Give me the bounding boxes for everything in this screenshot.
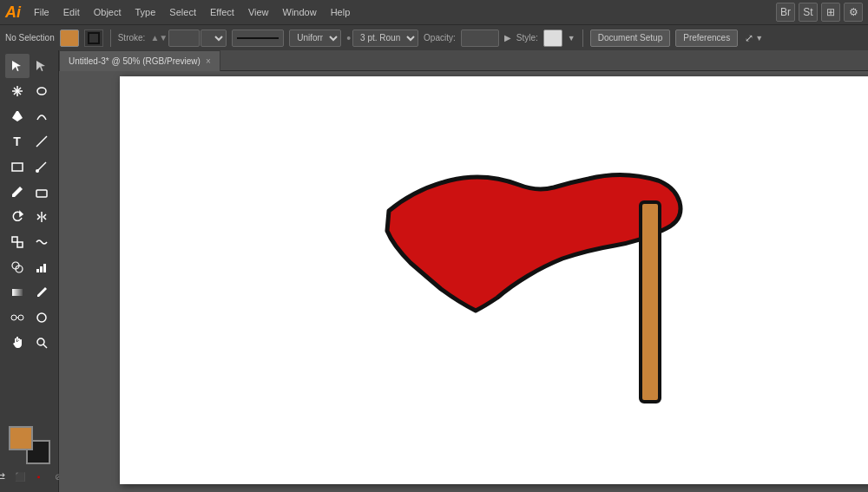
menu-edit[interactable]: Edit: [57, 4, 86, 20]
app-logo: Ai: [5, 3, 21, 22]
sync-icon-btn[interactable]: ⚙: [844, 3, 863, 22]
gradient-tool[interactable]: [5, 280, 30, 305]
blend-tool[interactable]: [5, 305, 30, 330]
menu-object[interactable]: Object: [88, 4, 128, 20]
tool-row-pencil: [5, 180, 54, 204]
menu-bar-right: Br St ⊞ ⚙: [776, 3, 863, 22]
curvature-tool[interactable]: [30, 104, 54, 128]
tool-row-gradient: [5, 280, 54, 305]
stroke-box[interactable]: [84, 30, 103, 47]
opacity-label: Opacity:: [424, 33, 456, 43]
rect-tool[interactable]: [5, 154, 30, 179]
svg-rect-12: [36, 190, 47, 197]
color-mode-icon[interactable]: ▪: [32, 469, 46, 483]
doc-tab-close[interactable]: ×: [206, 56, 211, 66]
magic-wand-tool[interactable]: [5, 79, 30, 103]
style-chevron[interactable]: ▼: [568, 34, 575, 43]
default-colors-icon[interactable]: ⬛: [13, 469, 27, 483]
svg-rect-22: [12, 289, 23, 296]
lasso-tool[interactable]: [30, 79, 54, 103]
svg-rect-15: [12, 237, 17, 242]
tool-row-hand: [5, 331, 54, 355]
color-swatch-group: [9, 426, 50, 464]
canvas-area: Untitled-3* @ 50% (RGB/Preview) ×: [59, 50, 868, 492]
shape-builder-tool[interactable]: [5, 255, 30, 279]
svg-point-23: [11, 315, 16, 320]
menu-type[interactable]: Type: [129, 4, 162, 20]
stroke-value-input[interactable]: 16 pt: [168, 30, 200, 47]
svg-rect-16: [17, 242, 23, 247]
fill-color-swatch[interactable]: [60, 30, 79, 47]
tool-row-blend: [5, 305, 54, 330]
opacity-input[interactable]: 100%: [461, 30, 499, 47]
stroke-line-preview[interactable]: [232, 30, 284, 47]
svg-point-27: [37, 338, 44, 345]
direct-selection-tool[interactable]: [30, 54, 54, 78]
hand-tool[interactable]: [5, 331, 30, 355]
svg-marker-11: [12, 187, 23, 197]
menu-window[interactable]: Window: [277, 4, 323, 20]
preferences-button[interactable]: Preferences: [675, 30, 738, 47]
flag-pole: [641, 202, 660, 402]
eyedropper-tool[interactable]: [30, 280, 54, 305]
rotate-tool[interactable]: [5, 205, 30, 229]
live-paint-tool[interactable]: [30, 305, 54, 330]
doc-setup-button[interactable]: Document Setup: [590, 30, 671, 47]
stroke-unit-select[interactable]: pt: [201, 30, 227, 47]
menu-effect[interactable]: Effect: [204, 4, 240, 20]
style-swatch[interactable]: [543, 30, 562, 47]
pen-tool[interactable]: [5, 104, 30, 128]
svg-point-6: [37, 88, 46, 95]
svg-point-24: [18, 315, 23, 320]
stroke-style-select[interactable]: Uniform: [289, 30, 341, 47]
menu-view[interactable]: View: [242, 4, 275, 20]
flag-body: [387, 174, 681, 311]
svg-rect-20: [40, 266, 43, 272]
tool-row-rect: [5, 154, 54, 179]
tool-row-selection: [5, 54, 54, 78]
tool-row-rotate: [5, 205, 54, 229]
workspace-icon-btn[interactable]: ⊞: [821, 3, 840, 22]
selection-label: No Selection: [5, 33, 55, 43]
toolbox: T: [0, 50, 59, 492]
tool-row-scale: [5, 230, 54, 254]
fill-color-box[interactable]: [9, 426, 33, 450]
eraser-tool[interactable]: [30, 180, 54, 204]
opacity-arrow[interactable]: ▶: [504, 33, 511, 43]
pencil-tool[interactable]: [5, 180, 30, 204]
warp-tool[interactable]: [30, 230, 54, 254]
toolbar-bar: No Selection Stroke: ▲▼ 16 pt pt Uniform…: [0, 24, 868, 50]
menu-bar: Ai File Edit Object Type Select Effect V…: [0, 0, 868, 24]
svg-marker-1: [36, 61, 45, 71]
color-mode-icons: ⇄ ⬛ ▪ ⊘: [0, 469, 65, 483]
svg-marker-0: [12, 61, 21, 71]
reflect-tool[interactable]: [30, 205, 54, 229]
graph-tool[interactable]: [30, 255, 54, 279]
menu-file[interactable]: File: [28, 4, 56, 20]
selection-tool[interactable]: [5, 54, 30, 78]
doc-tab[interactable]: Untitled-3* @ 50% (RGB/Preview) ×: [59, 50, 220, 71]
flag-artwork: [387, 174, 681, 402]
stroke-label: Stroke:: [118, 33, 146, 43]
swap-colors-icon[interactable]: ⇄: [0, 469, 8, 483]
type-tool[interactable]: T: [5, 129, 30, 154]
svg-marker-13: [20, 212, 23, 216]
tool-row-wand: [5, 79, 54, 103]
svg-line-8: [36, 136, 47, 147]
zoom-tool[interactable]: [30, 331, 54, 355]
svg-rect-9: [12, 163, 23, 171]
tool-row-shape-builder: [5, 255, 54, 279]
stock-icon-btn[interactable]: St: [799, 3, 818, 22]
menu-help[interactable]: Help: [325, 4, 357, 20]
brush-size-select[interactable]: 3 pt. Round: [352, 30, 418, 47]
white-canvas: [120, 76, 868, 484]
menu-select[interactable]: Select: [163, 4, 202, 20]
style-label: Style:: [516, 33, 538, 43]
line-segment-tool[interactable]: [30, 129, 54, 154]
paintbrush-tool[interactable]: [30, 154, 54, 179]
svg-rect-21: [43, 264, 46, 272]
bridge-icon-btn[interactable]: Br: [776, 3, 795, 22]
svg-point-26: [37, 313, 46, 322]
main-area: T: [0, 50, 868, 492]
scale-tool[interactable]: [5, 230, 30, 254]
